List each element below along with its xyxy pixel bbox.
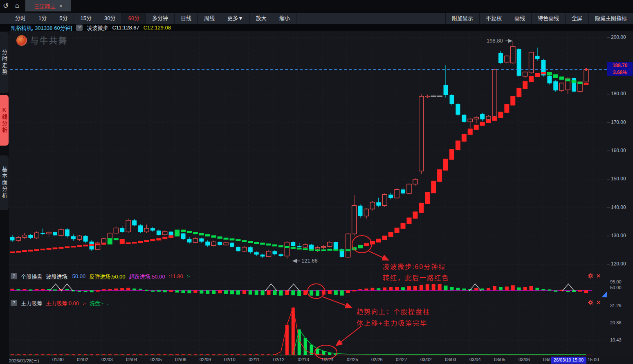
date-tick: 02/24 [322, 357, 334, 362]
tab-close-icon[interactable]: × [59, 3, 63, 9]
acc-tick: 10.43 [610, 337, 622, 342]
sidebar-tab-分时走势[interactable]: 分时走势 [0, 32, 9, 93]
crosshair-date-label: 26/03/10 15:00 [551, 357, 586, 364]
document-tab-title: 三足鼎立 [34, 2, 56, 10]
date-tick: 02/11 [249, 357, 260, 362]
acc-tick: 20.86 [610, 320, 622, 325]
period-button-缩小[interactable]: 缩小 [273, 13, 296, 24]
acc-indicator-header: ?主力吸筹主力吸筹:0.00:-洗盘:-:× [9, 298, 607, 307]
mid-panel-close-icon[interactable]: × [597, 273, 600, 279]
acc-panel-param-2: 洗盘:- [90, 299, 103, 307]
tool-button-不复权[interactable]: 不复权 [479, 13, 508, 24]
last-change-label: 3.68% [607, 69, 633, 76]
sidebar-tab-K线分析[interactable]: K线分析 [0, 95, 9, 146]
bull-logo-icon [16, 35, 27, 46]
period-button-分时[interactable]: 分时 [9, 13, 32, 24]
date-tick: 03/02 [420, 357, 432, 362]
high-price-annotation: 198.80 [487, 38, 503, 44]
period-button-放大[interactable]: 放大 [250, 13, 273, 24]
mid-indicator-header: ?个股操盘波段进场:50.00反弹进场:50.00超跌进场:50.00:11.8… [9, 272, 607, 281]
acc-panel-name: 主力吸筹 [21, 299, 42, 307]
document-tab[interactable]: 三足鼎立 × [25, 0, 71, 11]
acc-tick: 31.29 [610, 303, 622, 308]
period-button-15分[interactable]: 15分 [74, 13, 98, 24]
date-tick: 02/09 [200, 357, 211, 362]
price-tick: 150.00 [611, 176, 626, 182]
period-button-60分[interactable]: 60分 [122, 13, 146, 24]
annotation-red-line3: 趋势向上：个股操盘柱 [357, 306, 430, 316]
mid-panel-param-3: 超跌进场:50.00 [129, 272, 165, 280]
date-tick: 03/03 [445, 357, 456, 362]
price-axis-gutter [607, 31, 633, 364]
period-button-5分[interactable]: 5分 [53, 13, 74, 24]
tool-button-隐藏主图指标[interactable]: 隐藏主图指标 [588, 13, 633, 24]
price-tick: 180.00 [611, 91, 626, 97]
c12-value: C12:129.08 [144, 25, 171, 31]
stock-chart-app: ↺ ⌂ 三足鼎立 × 分时1分5分15分30分60分多分钟日线周线更多▼放大缩小… [0, 0, 633, 364]
mid-panel-param-1: 50.00 [72, 273, 86, 279]
acc-panel-close-icon[interactable]: × [597, 299, 600, 306]
price-tick: 200.00 [611, 34, 626, 40]
back-icon[interactable]: ↺ [0, 2, 11, 10]
sidebar-tab-基本面分析[interactable]: 基本面分析 [0, 155, 9, 210]
date-tick: 02/03 [101, 357, 113, 362]
home-icon[interactable]: ⌂ [11, 2, 23, 10]
low-price-annotation: 121.66 [301, 258, 318, 264]
help-icon[interactable]: ? [76, 25, 83, 31]
acc-panel-param-1: :- [83, 300, 86, 306]
main-indicator-name: 凌波微步 [87, 24, 108, 31]
mid-panel-settings-gear-icon[interactable] [588, 273, 594, 279]
price-tick: 140.00 [611, 204, 626, 210]
date-tick: 01/30 [52, 357, 64, 362]
acc-panel-controls: × [588, 299, 600, 306]
window-topbar: ↺ ⌂ 三足鼎立 × [0, 0, 633, 11]
tool-button-特色画线[interactable]: 特色画线 [531, 13, 565, 24]
date-trail-label: 15:00 [588, 357, 599, 362]
date-tick: 02/12 [273, 357, 285, 362]
symbol-title: 凯格精机, 301338 60分钟] [11, 24, 72, 31]
mid-panel-param-4: :11.80 [169, 273, 183, 279]
date-tick: 03/06 [519, 357, 530, 362]
chart-tools-group: 附加显示不复权画线特色画线全屏隐藏主图指标 [445, 13, 633, 24]
acc-panel-help-icon[interactable]: ? [11, 300, 17, 306]
period-button-1分[interactable]: 1分 [32, 13, 53, 24]
mid-panel-param-5: :- [187, 273, 190, 279]
price-tick: 120.00 [611, 261, 626, 267]
date-tick: 02/10 [224, 357, 236, 362]
date-tick: 02/02 [77, 357, 88, 362]
period-button-多分钟[interactable]: 多分钟 [146, 13, 175, 24]
mid-tick: 50.00 [610, 285, 622, 290]
acc-panel-settings-gear-icon[interactable] [588, 299, 594, 306]
tool-button-画线[interactable]: 画线 [508, 13, 531, 24]
period-buttons-group: 分时1分5分15分30分60分多分钟日线周线更多▼放大缩小 [9, 13, 296, 24]
mid-panel-param-0: 波段进场: [46, 272, 69, 280]
period-toolbar: 分时1分5分15分30分60分多分钟日线周线更多▼放大缩小 附加显示不复权画线特… [0, 13, 633, 24]
mid-panel-param-2: 反弹进场:50.00 [89, 272, 125, 280]
date-tick: 02/05 [150, 357, 162, 362]
price-tick: 130.00 [611, 233, 626, 238]
watermark-text: 与牛共舞 [30, 34, 68, 46]
mid-panel-controls: × [588, 273, 600, 279]
mid-panel-name: 个股操盘 [21, 272, 42, 280]
annotation-red-line4: 体上移+主力吸筹完毕 [357, 318, 427, 328]
watermark: 与牛共舞 [16, 34, 68, 46]
left-sidebar: 分时走势K线分析基本面分析 [0, 31, 9, 364]
mid-panel-help-icon[interactable]: ? [11, 273, 17, 279]
acc-panel-param-0: 主力吸筹:0.00 [46, 299, 79, 307]
date-tick: 02/26 [371, 357, 383, 362]
period-button-日线[interactable]: 日线 [175, 13, 198, 24]
mid-tick: 95.00 [610, 279, 622, 284]
tool-button-附加显示[interactable]: 附加显示 [445, 13, 479, 24]
period-button-更多▼[interactable]: 更多▼ [221, 13, 250, 24]
period-button-30分[interactable]: 30分 [98, 13, 122, 24]
tool-button-全屏[interactable]: 全屏 [565, 13, 588, 24]
last-price-label: 188.70 [607, 62, 633, 69]
date-tick: 02/25 [347, 357, 358, 362]
date-tick: 03/05 [494, 357, 505, 362]
chart-info-row: 凯格精机, 301338 60分钟] ? 凌波微步 C11:128.67 C12… [11, 24, 171, 31]
price-tick: 170.00 [611, 119, 626, 125]
period-button-周线[interactable]: 周线 [198, 13, 221, 24]
annotation-red-line2: 转红，此后一路红色 [383, 272, 449, 282]
date-tick: 02/04 [126, 357, 137, 362]
date-tick: 02/06 [175, 357, 186, 362]
